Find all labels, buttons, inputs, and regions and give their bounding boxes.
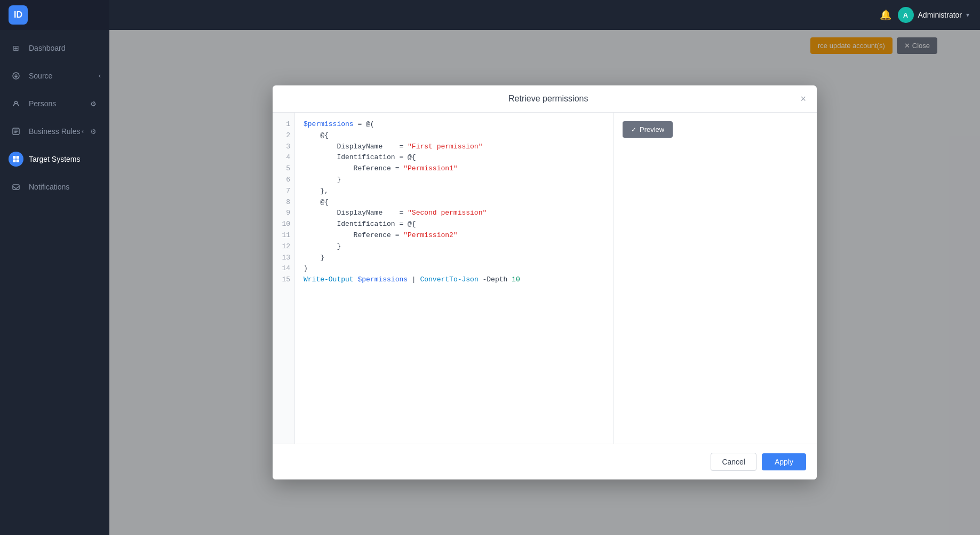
business-rules-settings-icon: ⚙ [86,124,101,139]
code-editor[interactable]: 12345 678910 1112131415 $permissions = @… [273,113,614,444]
source-icon [9,68,23,83]
sidebar-label-source: Source [29,72,52,80]
user-dropdown-icon: ▾ [966,11,969,19]
sidebar-label-dashboard: Dashboard [29,44,66,52]
preview-button[interactable]: ✓ Preview [623,121,673,138]
persons-icon [9,96,23,111]
sidebar-item-persons[interactable]: Persons ⚙ [0,90,109,117]
page-area: rce update account(s) ✕ Close Retrieve p… [109,30,980,535]
svg-rect-3 [13,156,16,159]
svg-rect-5 [13,160,16,163]
sidebar-label-notifications: Notifications [29,183,69,191]
user-menu[interactable]: A Administrator ▾ [898,7,969,23]
notifications-icon [9,179,23,194]
preview-panel: ✓ Preview [614,113,817,444]
sidebar-item-source[interactable]: Source ‹ [0,62,109,90]
checkmark-icon: ✓ [631,126,636,133]
modal-overlay: Retrieve permissions × 12345 678910 1112… [109,30,980,535]
retrieve-permissions-modal: Retrieve permissions × 12345 678910 1112… [273,85,817,479]
modal-close-button[interactable]: × [800,94,806,104]
code-editor-panel[interactable]: 12345 678910 1112131415 $permissions = @… [273,113,614,444]
svg-rect-4 [17,156,20,159]
apply-button[interactable]: Apply [762,453,806,470]
business-rules-chevron-icon: ‹ [82,128,84,135]
main-content: 🔔 A Administrator ▾ rce update account(s… [109,0,980,535]
code-content[interactable]: $permissions = @( @{ DisplayName = "Firs… [295,113,614,444]
sidebar: ID ⊞ Dashboard Source ‹ [0,0,109,535]
sidebar-item-business-rules[interactable]: Business Rules ‹ ⚙ [0,117,109,145]
svg-rect-6 [17,160,20,163]
user-name: Administrator [918,11,962,19]
app-logo[interactable]: ID [9,5,28,25]
sidebar-nav: ⊞ Dashboard Source ‹ [0,30,109,535]
topbar: 🔔 A Administrator ▾ [109,0,980,30]
modal-footer: Cancel Apply [273,444,817,479]
cancel-button[interactable]: Cancel [711,453,756,471]
dashboard-icon: ⊞ [9,41,23,56]
sidebar-header: ID [0,0,109,30]
avatar: A [898,7,914,23]
persons-settings-icon: ⚙ [86,96,101,111]
sidebar-label-persons: Persons [29,99,56,108]
modal-title: Retrieve permissions [296,94,800,104]
target-systems-icon [9,152,23,167]
source-chevron-icon: ‹ [99,72,101,80]
business-rules-icon [9,124,23,139]
modal-body: 12345 678910 1112131415 $permissions = @… [273,113,817,444]
bell-icon[interactable]: 🔔 [880,9,891,21]
line-numbers: 12345 678910 1112131415 [273,113,295,444]
sidebar-item-target-systems[interactable]: Target Systems [0,145,109,173]
sidebar-item-notifications[interactable]: Notifications [0,173,109,201]
modal-header: Retrieve permissions × [273,85,817,113]
sidebar-item-dashboard[interactable]: ⊞ Dashboard [0,34,109,62]
sidebar-label-target-systems: Target Systems [29,155,80,163]
sidebar-label-business-rules: Business Rules [29,127,81,136]
